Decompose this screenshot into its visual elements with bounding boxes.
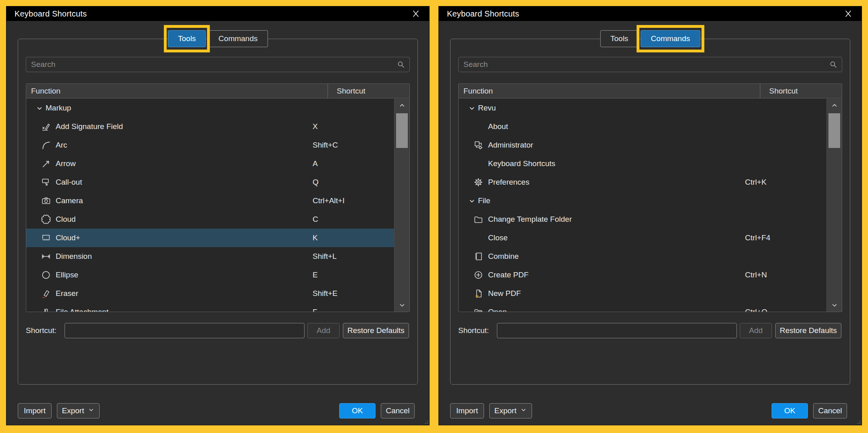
function-label: Close	[488, 229, 508, 247]
paperclip-icon	[41, 307, 51, 312]
function-label: Keyboard Shortcuts	[488, 154, 555, 173]
function-label: Open	[488, 303, 507, 312]
group-row-revu[interactable]: Revu	[459, 99, 826, 117]
signature-icon	[41, 121, 51, 132]
chevron-down-icon[interactable]	[467, 196, 476, 206]
function-row-preferences[interactable]: PreferencesCtrl+K	[459, 173, 826, 192]
chevron-down-icon[interactable]	[467, 103, 476, 113]
shortcut-value: Ctrl+N	[745, 266, 767, 284]
search-icon	[396, 60, 406, 69]
ok-button[interactable]: OK	[339, 403, 376, 418]
function-row-ellipse[interactable]: EllipseE	[26, 266, 394, 284]
shortcut-value: F	[313, 303, 317, 312]
resize-grip[interactable]	[424, 420, 428, 424]
cloud-icon	[41, 214, 51, 225]
group-row-file[interactable]: File	[459, 192, 826, 210]
scroll-up-button[interactable]	[394, 99, 409, 112]
close-icon[interactable]	[843, 8, 853, 19]
keyboard-shortcuts-dialog-commands: Keyboard Shortcuts Tools Commands	[439, 6, 862, 425]
function-row-new-pdf[interactable]: New PDF	[459, 284, 826, 303]
function-label: New PDF	[488, 284, 521, 303]
shortcut-value: Shift+L	[313, 247, 337, 266]
shortcut-value: C	[313, 210, 318, 229]
folder-open-icon	[473, 307, 484, 312]
chevron-down-icon	[88, 406, 94, 415]
scrollbar-thumb[interactable]	[828, 113, 840, 148]
function-label: File Attachment	[56, 303, 108, 312]
add-button[interactable]: Add	[740, 323, 772, 338]
function-row-close[interactable]: CloseCtrl+F4	[459, 229, 826, 247]
export-button[interactable]: Export	[489, 403, 532, 418]
ellipse-icon	[41, 270, 51, 280]
scroll-down-button[interactable]	[394, 299, 409, 312]
resize-grip[interactable]	[856, 420, 860, 424]
tab-commands[interactable]: Commands	[209, 30, 268, 47]
search-input[interactable]	[458, 57, 842, 72]
import-button[interactable]: Import	[18, 403, 52, 418]
function-row-cloud-[interactable]: Cloud+K	[26, 229, 394, 247]
shortcut-value: Shift+C	[313, 136, 338, 154]
export-button[interactable]: Export	[57, 403, 100, 418]
tab-commands[interactable]: Commands	[641, 30, 700, 47]
close-icon[interactable]	[411, 8, 421, 19]
function-row-create-pdf[interactable]: Create PDFCtrl+N	[459, 266, 826, 284]
function-row-dimension[interactable]: DimensionShift+L	[26, 247, 394, 266]
restore-defaults-button[interactable]: Restore Defaults	[343, 323, 409, 338]
folder-icon	[473, 214, 484, 225]
shortcuts-groupbox: Function Shortcut RevuAboutAdministrator…	[450, 39, 850, 385]
shortcut-input[interactable]	[497, 323, 737, 338]
restore-defaults-button[interactable]: Restore Defaults	[775, 323, 841, 338]
function-row-camera[interactable]: CameraCtrl+Alt+I	[26, 192, 394, 210]
shortcut-input[interactable]	[65, 323, 305, 338]
tab-tools[interactable]: Tools	[168, 30, 206, 47]
cancel-button[interactable]: Cancel	[813, 403, 847, 418]
shortcut-value: Ctrl+O	[745, 303, 767, 312]
function-row-administrator[interactable]: Administrator	[459, 136, 826, 154]
function-row-keyboard-shortcuts[interactable]: Keyboard Shortcuts	[459, 154, 826, 173]
scrollbar[interactable]	[826, 99, 842, 312]
import-button[interactable]: Import	[450, 403, 484, 418]
cancel-button[interactable]: Cancel	[381, 403, 415, 418]
function-row-combine[interactable]: Combine	[459, 247, 826, 266]
arrow-icon	[41, 158, 51, 169]
function-row-cloud[interactable]: CloudC	[26, 210, 394, 229]
function-label: Cloud+	[56, 229, 80, 247]
shortcut-value: K	[313, 229, 318, 247]
scroll-down-button[interactable]	[827, 299, 842, 312]
tab-highlight-frame: Commands	[641, 30, 700, 47]
shortcut-table: Function Shortcut MarkupAdd Signature Fi…	[26, 83, 410, 312]
column-header-shortcut: Shortcut	[328, 84, 409, 98]
function-row-add-signature-field[interactable]: Add Signature FieldX	[26, 117, 394, 136]
function-label: Create PDF	[488, 266, 528, 284]
function-row-change-template-folder[interactable]: Change Template Folder	[459, 210, 826, 229]
add-button[interactable]: Add	[307, 323, 340, 338]
function-row-arc[interactable]: ArcShift+C	[26, 136, 394, 154]
gold-frame: Keyboard Shortcuts Tools Commands	[0, 0, 868, 433]
function-row-call-out[interactable]: Call-outQ	[26, 173, 394, 192]
function-row-arrow[interactable]: ArrowA	[26, 154, 394, 173]
shortcut-value: E	[313, 266, 318, 284]
shortcut-value: A	[313, 154, 318, 173]
function-row-eraser[interactable]: EraserShift+E	[26, 284, 394, 303]
scroll-up-button[interactable]	[827, 99, 842, 112]
function-label: Dimension	[56, 247, 92, 266]
search-input[interactable]	[26, 57, 410, 72]
shortcut-value: Ctrl+K	[745, 173, 766, 192]
function-row-open[interactable]: OpenCtrl+O	[459, 303, 826, 312]
dialog-body: Tools Commands Function Shortcut	[6, 21, 429, 425]
tab-tools[interactable]: Tools	[600, 30, 638, 47]
function-row-file-attachment[interactable]: File AttachmentF	[26, 303, 394, 312]
ok-button[interactable]: OK	[772, 403, 808, 418]
keyboard-shortcuts-dialog-tools: Keyboard Shortcuts Tools Commands	[6, 6, 429, 425]
function-label: Cloud	[56, 210, 76, 229]
export-button-label: Export	[495, 406, 517, 415]
column-header-function: Function	[459, 84, 760, 98]
chevron-down-icon[interactable]	[34, 103, 44, 113]
function-row-about[interactable]: About	[459, 117, 826, 136]
search-box	[26, 57, 410, 72]
dimension-icon	[41, 251, 51, 262]
group-row-markup[interactable]: Markup	[26, 99, 394, 117]
scrollbar-thumb[interactable]	[396, 113, 408, 148]
scrollbar[interactable]	[394, 99, 409, 312]
function-label: Markup	[46, 99, 71, 117]
